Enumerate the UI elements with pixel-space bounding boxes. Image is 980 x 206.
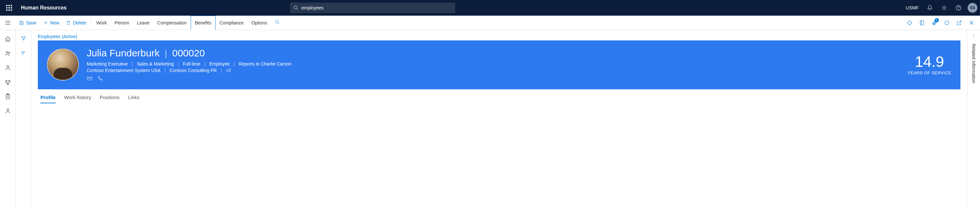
- save-label: Save: [26, 20, 37, 25]
- hero-title-row: Julia Funderburk | 000020: [87, 48, 901, 59]
- svg-line-11: [278, 23, 279, 24]
- svg-point-17: [6, 65, 9, 68]
- global-topbar: Human Resources USMF SS: [0, 0, 980, 16]
- tab-compensation[interactable]: Compensation: [153, 16, 190, 30]
- tab-benefits[interactable]: Benefits: [191, 16, 216, 30]
- bell-icon: [927, 5, 933, 11]
- waffle-icon: [6, 5, 12, 11]
- divider: [91, 19, 91, 27]
- tab-options[interactable]: Options: [247, 16, 271, 30]
- company-label[interactable]: USMF: [902, 5, 922, 10]
- person-outline-icon: [5, 108, 11, 114]
- svg-rect-12: [920, 21, 924, 25]
- trash-icon: [66, 20, 71, 25]
- meta-item: Marketing Executive: [87, 61, 128, 67]
- meta-separator: |: [204, 61, 206, 67]
- phone-icon[interactable]: [97, 76, 103, 81]
- list-icon: [21, 50, 26, 56]
- meta-separator: |: [178, 61, 179, 67]
- nav-toggle-button[interactable]: [0, 16, 16, 30]
- save-icon: [19, 20, 24, 25]
- plus-icon: [43, 20, 48, 25]
- nav-person[interactable]: [1, 61, 14, 74]
- delete-button[interactable]: Delete: [63, 16, 89, 30]
- nav-org[interactable]: [1, 76, 14, 89]
- list-sort-button[interactable]: [18, 47, 29, 59]
- diamond-icon: [907, 20, 913, 26]
- meta-separator: |: [234, 61, 235, 67]
- svg-point-16: [8, 52, 10, 53]
- nav-worker[interactable]: [1, 104, 14, 117]
- chevron-left-icon: [972, 33, 976, 38]
- related-info-pane: Related information: [967, 30, 980, 206]
- content-area: Employees (Active) Julia Funderburk | 00…: [31, 30, 967, 206]
- email-icon[interactable]: [87, 76, 92, 81]
- meta-item: Reports to Charlie Carson: [239, 61, 291, 67]
- nav-people[interactable]: [1, 47, 14, 60]
- svg-point-19: [8, 81, 10, 82]
- meta-separator: |: [164, 68, 165, 73]
- meta-item: Contoso Consulting FR: [170, 68, 217, 73]
- funnel-icon: [21, 35, 26, 41]
- hamburger-icon: [5, 21, 11, 25]
- home-icon: [5, 36, 11, 42]
- personalize-button[interactable]: [904, 17, 915, 29]
- subtab-links[interactable]: Links: [128, 95, 140, 103]
- employee-avatar[interactable]: [47, 49, 79, 81]
- command-tabs: WorkPersonLeaveCompensationBenefitsCompl…: [92, 16, 271, 30]
- tab-person[interactable]: Person: [111, 16, 133, 30]
- tab-compliance[interactable]: Compliance: [215, 16, 247, 30]
- clipboard-icon: [5, 93, 11, 100]
- breadcrumb-link[interactable]: Employees (Active): [38, 34, 961, 39]
- nav-home[interactable]: [1, 33, 14, 46]
- subtab-work-history[interactable]: Work history: [64, 95, 91, 103]
- svg-point-25: [7, 109, 9, 111]
- attachment-count-badge: 0: [935, 18, 939, 22]
- search-input[interactable]: [301, 5, 452, 10]
- svg-point-0: [294, 6, 297, 9]
- svg-point-4: [958, 9, 959, 9]
- years-of-service: 14.9 YEARS OF SERVICE: [908, 54, 951, 75]
- attachments-button[interactable]: 0: [929, 17, 940, 29]
- employee-id: 000020: [172, 48, 205, 59]
- expand-related-button[interactable]: [972, 33, 976, 39]
- settings-button[interactable]: [938, 1, 951, 14]
- meta-item: Employee: [209, 61, 229, 67]
- svg-rect-29: [88, 77, 92, 80]
- user-avatar[interactable]: SS: [967, 3, 977, 13]
- save-button[interactable]: Save: [16, 16, 40, 30]
- notifications-button[interactable]: [923, 1, 936, 14]
- page-search-button[interactable]: [271, 19, 284, 26]
- employee-info: Julia Funderburk | 000020 Marketing Exec…: [87, 48, 901, 81]
- search-icon: [293, 5, 299, 10]
- subtab-positions[interactable]: Positions: [100, 95, 120, 103]
- search-box[interactable]: [290, 3, 455, 13]
- svg-point-15: [6, 52, 8, 53]
- popout-button[interactable]: [953, 17, 965, 29]
- delete-label: Delete: [73, 20, 86, 25]
- tab-leave[interactable]: Leave: [133, 16, 153, 30]
- left-nav: [0, 30, 16, 206]
- close-button[interactable]: [966, 17, 977, 29]
- app-launcher-button[interactable]: [3, 0, 16, 16]
- subtab-profile[interactable]: Profile: [40, 95, 56, 103]
- office-icon: [919, 20, 925, 26]
- nav-tasks[interactable]: [1, 90, 14, 103]
- title-separator: |: [165, 49, 167, 59]
- meta-item: +2: [226, 68, 231, 73]
- command-bar-right: 0: [904, 17, 977, 29]
- refresh-button[interactable]: [941, 17, 953, 29]
- svg-point-2: [943, 7, 945, 9]
- new-button[interactable]: New: [40, 16, 63, 30]
- employee-hero-card: Julia Funderburk | 000020 Marketing Exec…: [38, 40, 961, 89]
- help-button[interactable]: [952, 1, 965, 14]
- tab-work[interactable]: Work: [92, 16, 111, 30]
- svg-point-18: [6, 81, 7, 82]
- filter-button[interactable]: [18, 33, 29, 44]
- years-value: 14.9: [908, 54, 951, 69]
- refresh-icon: [944, 20, 950, 26]
- open-office-button[interactable]: [916, 17, 928, 29]
- meta-row-2: Contoso Entertainment System USA|Contoso…: [87, 68, 901, 73]
- main-layout: Employees (Active) Julia Funderburk | 00…: [0, 30, 980, 206]
- years-label: YEARS OF SERVICE: [908, 70, 951, 75]
